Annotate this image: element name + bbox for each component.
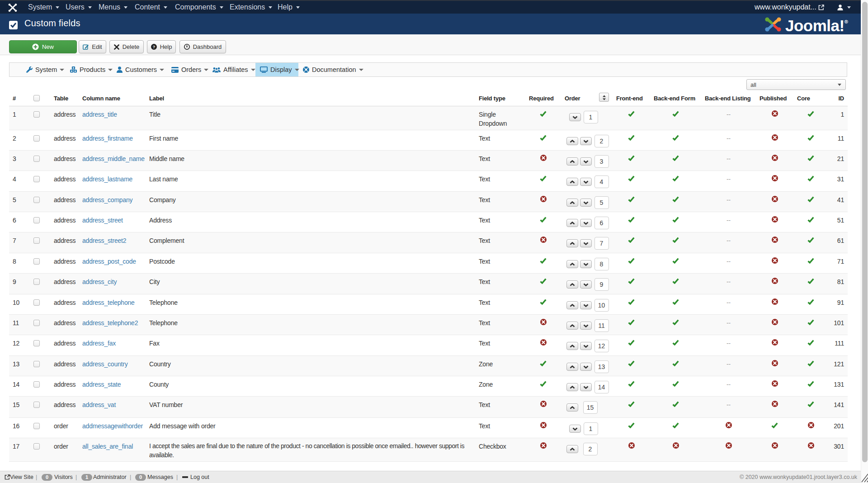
svg-text:?: ? — [152, 45, 155, 49]
